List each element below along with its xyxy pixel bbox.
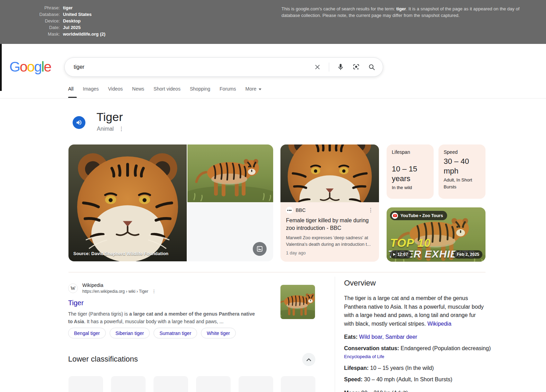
more-images-button[interactable]	[253, 242, 267, 256]
video-card[interactable]: TIGER EXHIBITS TOP 10 YouTube • Zoo Tour…	[387, 207, 485, 262]
fact-note: In the wild	[392, 184, 428, 191]
news-card[interactable]: BBC ⋮ Female tiger killed by male during…	[280, 144, 379, 262]
video-overlay-text-1: TOP 10	[390, 236, 431, 250]
google-logo[interactable]: Google	[9, 59, 51, 75]
meta-mask: Mask: worldwildlife.org (2)	[20, 32, 105, 37]
tab-videos[interactable]: Videos	[108, 86, 123, 92]
news-timestamp: 1 day ago	[286, 250, 373, 255]
fact-label: Lifespan:	[344, 365, 370, 371]
entity-subtitle: Animal	[97, 126, 114, 132]
column-divider	[335, 277, 335, 392]
bbc-favicon	[286, 207, 293, 214]
classification-tile[interactable]	[68, 376, 103, 392]
wikipedia-favicon: W	[68, 283, 78, 293]
meta-value: Jul 2025	[63, 25, 81, 30]
classification-tile[interactable]	[154, 376, 188, 392]
result-options-icon[interactable]: ⋮	[152, 289, 156, 294]
meta-label: Device:	[20, 19, 60, 24]
image-source-caption: Source: David Shepherd Wildlife Foundati…	[73, 251, 168, 256]
fact-speed: Speed: 30 – 40 mph (Adult, In Short Burs…	[344, 376, 493, 383]
meta-value: Desktop	[63, 19, 81, 24]
fact-lifespan: Lifespan: 10 – 15 years (In the wild)	[344, 365, 493, 371]
fact-label: Speed:	[344, 376, 364, 382]
meta-label: Phrase:	[20, 6, 60, 10]
header-divider	[0, 98, 546, 99]
fact-value: Endangered (Population decreasing)	[401, 345, 491, 351]
encyclopedia-of-life-link[interactable]: Encyclopedia of Life	[344, 354, 384, 359]
classification-tile[interactable]	[196, 376, 231, 392]
fact-eats: Eats: Wild boar, Sambar deer	[344, 334, 493, 340]
fact-conservation-status: Conservation status: Endangered (Populat…	[344, 345, 493, 352]
more-options-icon[interactable]: ⋮	[119, 126, 124, 132]
logo-letter: e	[44, 59, 51, 75]
result-thumbnail-image[interactable]	[280, 285, 315, 319]
collapse-button[interactable]	[302, 353, 315, 366]
chip-sumatran-tiger[interactable]: Sumatran tiger	[154, 328, 197, 338]
speed-card[interactable]: Speed 30 – 40 mph Adult, In Short Bursts	[438, 144, 485, 199]
fact-label: Mass:	[344, 390, 361, 392]
search-bar[interactable]: tiger	[64, 57, 383, 77]
eats-links[interactable]: Wild boar, Sambar deer	[359, 334, 417, 340]
news-options-icon[interactable]: ⋮	[368, 207, 373, 213]
speaker-button[interactable]	[73, 116, 85, 129]
search-input[interactable]: tiger	[74, 64, 313, 70]
meta-value: United States	[63, 12, 92, 17]
wikipedia-link[interactable]: Wikipedia	[427, 321, 451, 327]
overview-paragraph: The tiger is a large cat and a member of…	[344, 294, 487, 328]
tab-images[interactable]: Images	[83, 86, 99, 92]
logo-letter: G	[9, 59, 20, 75]
snippet-text: The tiger (Panthera tigris) is	[68, 311, 129, 317]
result-tabs: All Images Videos News Short videos Shop…	[68, 86, 261, 92]
search-icon[interactable]	[368, 63, 376, 71]
tab-more[interactable]: More	[246, 86, 262, 92]
tab-more-label: More	[246, 86, 257, 92]
tab-short-videos[interactable]: Short videos	[154, 86, 181, 92]
fact-note: Adult, In Short Bursts	[444, 177, 480, 190]
meta-label: Database:	[20, 12, 60, 17]
clear-search-icon[interactable]	[313, 63, 322, 71]
overview-text: The tiger is a large cat and a member of…	[344, 295, 484, 327]
cache-banner: Phrase: tiger Database: United States De…	[0, 0, 546, 44]
meta-phrase: Phrase: tiger	[20, 6, 105, 10]
tab-all[interactable]: All	[68, 86, 74, 92]
secondary-tiger-image[interactable]	[187, 144, 273, 202]
result-site-name: Wikipedia	[82, 282, 156, 288]
tab-news[interactable]: News	[132, 86, 144, 92]
news-headline[interactable]: Female tiger killed by male during zoo i…	[286, 217, 373, 232]
chip-white-tiger[interactable]: White tiger	[201, 328, 236, 338]
news-snippet: Marwell Zoo expresses 'deep sadness' at …	[286, 234, 373, 248]
fact-label: Conservation status:	[344, 345, 401, 351]
meta-label: Mask:	[20, 32, 60, 37]
lifespan-card[interactable]: Lifespan 10 – 15 years In the wild	[387, 144, 434, 199]
fact-value: 90 – 310 kg (Adult)	[361, 390, 408, 392]
chip-siberian-tiger[interactable]: Siberian tiger	[110, 328, 150, 338]
search-bar-actions	[313, 63, 383, 72]
overview-heading: Overview	[344, 279, 376, 288]
chip-bengal-tiger[interactable]: Bengal tiger	[68, 328, 106, 338]
notice-term: tiger	[396, 6, 406, 11]
play-icon	[393, 253, 396, 256]
news-thumbnail	[280, 144, 379, 202]
tab-forums[interactable]: Forums	[220, 86, 236, 92]
logo-letter: o	[20, 59, 27, 75]
meta-value: tiger	[63, 6, 73, 10]
google-lens-icon[interactable]	[352, 63, 360, 71]
classification-tile[interactable]	[281, 376, 315, 392]
video-duration: 12:07	[397, 252, 408, 257]
screenshot-edge-artifact	[0, 44, 2, 91]
result-snippet: The tiger (Panthera tigris) is a large c…	[68, 310, 259, 325]
microphone-icon[interactable]	[336, 63, 345, 71]
meta-database: Database: United States	[20, 12, 105, 17]
video-date: Feb 2, 2025	[457, 252, 479, 257]
video-duration-badge: 12:07	[390, 250, 411, 259]
classification-tile[interactable]	[111, 376, 146, 392]
news-source: BBC	[296, 207, 368, 213]
meta-label: Date:	[20, 25, 60, 30]
classification-tile[interactable]	[239, 376, 273, 392]
snippet-text: . It has a powerful, muscular body with …	[84, 319, 223, 324]
tab-shopping[interactable]: Shopping	[190, 86, 210, 92]
fact-source-link: Encyclopedia of Life	[344, 354, 493, 359]
video-date-badge: Feb 2, 2025	[454, 250, 482, 259]
result-title-link[interactable]: Tiger	[68, 299, 262, 307]
main-tiger-image[interactable]: Source: David Shepherd Wildlife Foundati…	[68, 144, 187, 261]
